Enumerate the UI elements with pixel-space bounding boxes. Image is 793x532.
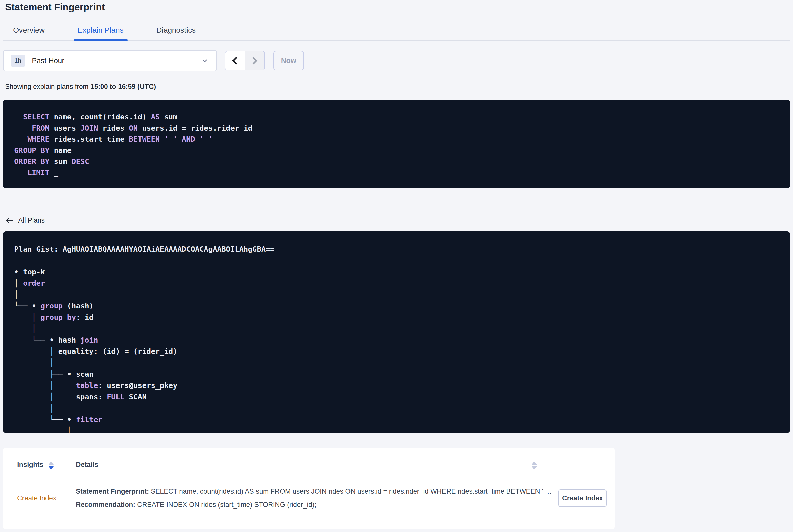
recommendation-line: Recommendation: CREATE INDEX ON rides (s… [76, 498, 551, 512]
plan-gist-block: Plan Gist: AgHUAQIABQAAAAHYAQIAiAEAAAADC… [3, 231, 790, 433]
insight-cell: Create Index [17, 494, 76, 502]
plan-gist-line: Plan Gist: AgHUAQIABQAAAAHYAQIAiAEAAAADC… [14, 244, 779, 255]
recommendation-text: CREATE INDEX ON rides (start_time) STORI… [135, 501, 316, 509]
prev-time-button[interactable] [225, 51, 245, 70]
arrow-left-icon [5, 217, 14, 224]
chevron-left-icon [229, 55, 241, 66]
sort-asc-triangle [49, 461, 54, 464]
time-nav-group [225, 51, 265, 71]
statement-fingerprint-label: Statement Fingerprint: [76, 488, 149, 495]
details-column-header: Details [76, 461, 606, 473]
time-range-dropdown[interactable]: 1h Past Hour [3, 50, 217, 71]
column-header-insights[interactable]: Insights [17, 461, 43, 473]
page-title: Statement Fingerprint [5, 1, 793, 13]
sql-statement-block: SELECT name, count(rides.id) AS sum FROM… [3, 100, 790, 188]
all-plans-link[interactable]: All Plans [5, 216, 45, 224]
tab-diagnostics-label: Diagnostics [156, 26, 195, 34]
insights-table-card: Insights Details Create Index Statement … [3, 448, 615, 530]
time-picker-row: 1h Past Hour Now [3, 50, 790, 71]
insights-column-header: Insights [17, 461, 76, 473]
time-range-badge: 1h [11, 55, 25, 67]
create-index-link[interactable]: Create Index [17, 494, 56, 502]
sort-desc-triangle [532, 466, 537, 470]
sort-icon-insights[interactable] [49, 461, 54, 470]
plan-gist-value: AgHUAQIABQAAAAHYAQIAiAEAAAADCQACAgAABQIL… [63, 245, 275, 253]
tab-bar: Overview Explain Plans Diagnostics [3, 26, 790, 41]
create-index-button[interactable]: Create Index [559, 489, 606, 507]
plan-tree: • top-k│ order│└── • group (hash) │ grou… [14, 266, 779, 433]
statement-fingerprint-text: SELECT name, count(rides.id) AS sum FROM… [149, 488, 551, 495]
all-plans-label: All Plans [18, 216, 45, 224]
tab-overview-label: Overview [13, 26, 45, 34]
showing-range-prefix: Showing explain plans from [5, 83, 91, 91]
details-cell: Statement Fingerprint: SELECT name, coun… [76, 485, 559, 512]
tab-explain-plans[interactable]: Explain Plans [74, 26, 128, 40]
statement-fingerprint-line: Statement Fingerprint: SELECT name, coun… [76, 485, 551, 498]
plan-gist-label: Plan Gist: [14, 245, 63, 253]
tab-diagnostics[interactable]: Diagnostics [152, 26, 200, 40]
recommendation-label: Recommendation: [76, 501, 135, 509]
active-tab-underline [74, 39, 128, 41]
showing-range-text: Showing explain plans from 15:00 to 16:5… [5, 83, 790, 91]
showing-range-value: 15:00 to 16:59 (UTC) [91, 83, 156, 91]
sort-asc-triangle [532, 461, 537, 464]
statement-fingerprint-page: Statement Fingerprint Overview Explain P… [0, 1, 793, 530]
sort-icon-details[interactable] [532, 461, 537, 470]
insights-table-header: Insights Details [3, 448, 615, 477]
time-range-value: Past Hour [32, 57, 64, 65]
insight-table-row: Create Index Statement Fingerprint: SELE… [3, 477, 615, 519]
next-time-button[interactable] [245, 51, 264, 70]
chevron-right-icon [249, 55, 260, 66]
now-button[interactable]: Now [273, 51, 304, 71]
column-header-details[interactable]: Details [76, 461, 98, 473]
chevron-down-icon [201, 57, 209, 64]
tab-overview[interactable]: Overview [9, 26, 49, 40]
tab-explain-plans-label: Explain Plans [78, 26, 124, 34]
sort-desc-triangle [49, 466, 54, 470]
